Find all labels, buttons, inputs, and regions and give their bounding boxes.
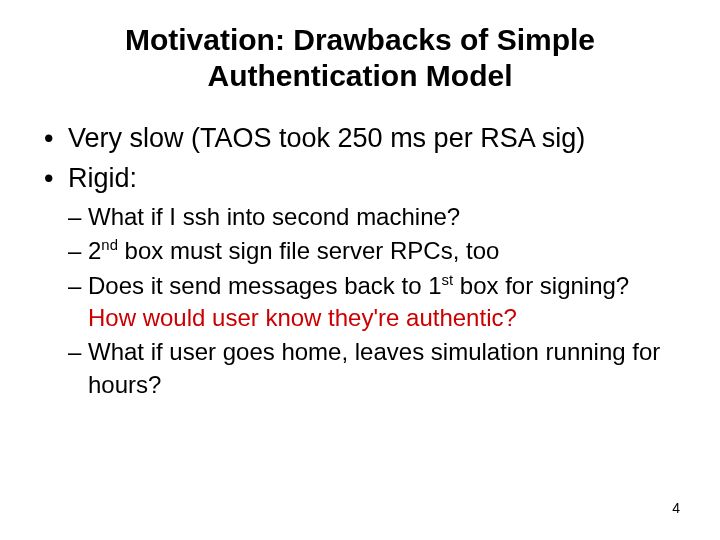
bullet-text: Rigid:	[68, 163, 137, 193]
ordinal-superscript: st	[442, 272, 454, 288]
dash-item: 2nd box must sign file server RPCs, too	[68, 235, 680, 267]
dash-text: How would user know they're authentic?	[88, 304, 517, 331]
page-number: 4	[672, 500, 680, 516]
title-line-2: Authentication Model	[208, 59, 513, 92]
dash-text: Does it send messages back to 1	[88, 272, 442, 299]
dash-text: box must sign file server RPCs, too	[118, 237, 499, 264]
dash-item: What if user goes home, leaves simulatio…	[68, 336, 680, 401]
bullet-text: Very slow (TAOS took 250 ms per RSA sig)	[68, 123, 585, 153]
slide: Motivation: Drawbacks of Simple Authenti…	[0, 0, 720, 540]
slide-body: Very slow (TAOS took 250 ms per RSA sig)…	[0, 94, 720, 401]
dash-text: What if user goes home, leaves simulatio…	[88, 338, 660, 397]
title-line-1: Motivation: Drawbacks of Simple	[125, 23, 595, 56]
bullet-list: Very slow (TAOS took 250 ms per RSA sig)…	[40, 120, 680, 197]
bullet-item: Very slow (TAOS took 250 ms per RSA sig)	[40, 120, 680, 156]
dash-item: Does it send messages back to 1st box fo…	[68, 270, 680, 335]
slide-title: Motivation: Drawbacks of Simple Authenti…	[0, 0, 720, 94]
dash-item: What if I ssh into second machine?	[68, 201, 680, 233]
dash-text: box for signing?	[453, 272, 629, 299]
ordinal-superscript: nd	[101, 237, 118, 253]
bullet-item: Rigid:	[40, 160, 680, 196]
dash-text: What if I ssh into second machine?	[88, 203, 460, 230]
dash-list: What if I ssh into second machine?2nd bo…	[40, 201, 680, 401]
dash-text: 2	[88, 237, 101, 264]
